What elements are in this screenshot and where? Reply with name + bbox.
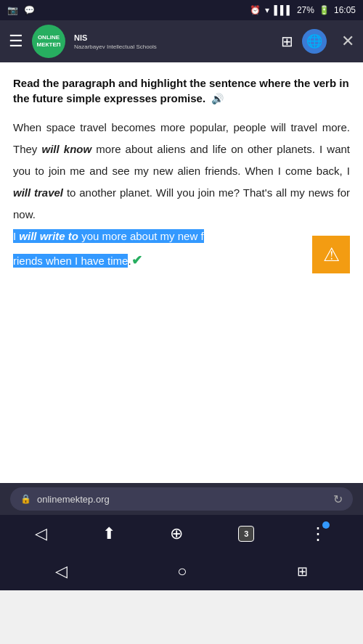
nis-label: NIS <box>74 33 157 43</box>
status-bar: 📷 💬 ⏰ ▾ ▌▌▌ 27% 🔋 16:05 <box>0 0 363 20</box>
back-button[interactable]: ◁ <box>35 524 47 543</box>
nis-branding: NIS Nazarbayev Intellectual Schools <box>74 33 157 49</box>
paragraph-sentence1: When space travel becomes more popular, … <box>13 121 350 220</box>
reload-icon[interactable]: ↻ <box>333 492 343 506</box>
signal-bars: ▌▌▌ <box>274 5 293 15</box>
nav-bar: ☰ ONLINE МЕКТЕП NIS Nazarbayev Intellect… <box>0 20 363 62</box>
back-nav-button[interactable]: ◁ <box>55 562 68 581</box>
hamburger-menu-icon[interactable]: ☰ <box>9 32 23 51</box>
share-button[interactable]: ⬆ <box>102 524 115 543</box>
blue-dot-indicator <box>322 521 330 529</box>
word-becomes: becomes <box>111 121 155 133</box>
home-nav-button[interactable]: ○ <box>177 562 187 581</box>
overview-nav-button[interactable]: ⊞ <box>297 564 308 579</box>
url-text: onlinemektep.org <box>37 494 110 505</box>
grid-icon[interactable]: ⊞ <box>281 33 293 50</box>
browser-bar: 🔒 onlinemektep.org ↻ <box>0 483 363 515</box>
warning-button[interactable]: ⚠ <box>312 236 350 273</box>
clock: 16:05 <box>334 5 356 15</box>
paragraph-text: When space travel becomes more popular, … <box>13 117 350 273</box>
android-system-nav: ◁ ○ ⊞ <box>0 553 363 590</box>
logo-line2: МЕКТЕП <box>36 41 60 49</box>
message-icon: 💬 <box>24 5 35 15</box>
will-write-to-bold: will write to <box>19 230 78 242</box>
status-right-info: ⏰ ▾ ▌▌▌ 27% 🔋 16:05 <box>250 5 356 15</box>
highlighted-sentence-continued: riends when I have time <box>13 254 128 268</box>
url-bar[interactable]: 🔒 onlinemektep.org ↻ <box>10 487 353 511</box>
speaker-icon[interactable]: 🔊 <box>211 93 224 104</box>
lock-icon: 🔒 <box>20 494 31 504</box>
instruction-text: Read the paragraph and highlight the sen… <box>13 75 350 107</box>
close-button[interactable]: ✕ <box>341 32 354 51</box>
notification-icon: 📷 <box>7 5 18 15</box>
warning-icon: ⚠ <box>323 236 340 273</box>
add-tab-button[interactable]: ⊕ <box>170 524 183 543</box>
globe-icon[interactable]: 🌐 <box>302 29 327 54</box>
wifi-icon: ▾ <box>265 5 269 15</box>
nis-sub-label: Nazarbayev Intellectual Schools <box>74 44 157 50</box>
status-left-icons: 📷 💬 <box>7 5 35 15</box>
will-know-bold: will know <box>42 143 92 155</box>
more-options-wrapper: ⋮ <box>309 524 328 544</box>
android-nav-bar: ◁ ⬆ ⊕ 3 ⋮ <box>0 515 363 553</box>
tab-count-badge[interactable]: 3 <box>238 526 254 542</box>
battery-icon: 🔋 <box>319 5 330 15</box>
logo-line1: ONLINE <box>38 34 60 41</box>
highlighted-sentence: I will write to you more about my new f <box>13 229 204 243</box>
online-mektep-logo: ONLINE МЕКТЕП <box>32 25 65 58</box>
will-travel-bold: will travel <box>13 186 63 199</box>
battery-percent: 27% <box>297 5 314 15</box>
checkmark-icon: ✔ <box>131 253 142 268</box>
alarm-icon: ⏰ <box>250 5 261 15</box>
main-content: Read the paragraph and highlight the sen… <box>0 62 363 483</box>
